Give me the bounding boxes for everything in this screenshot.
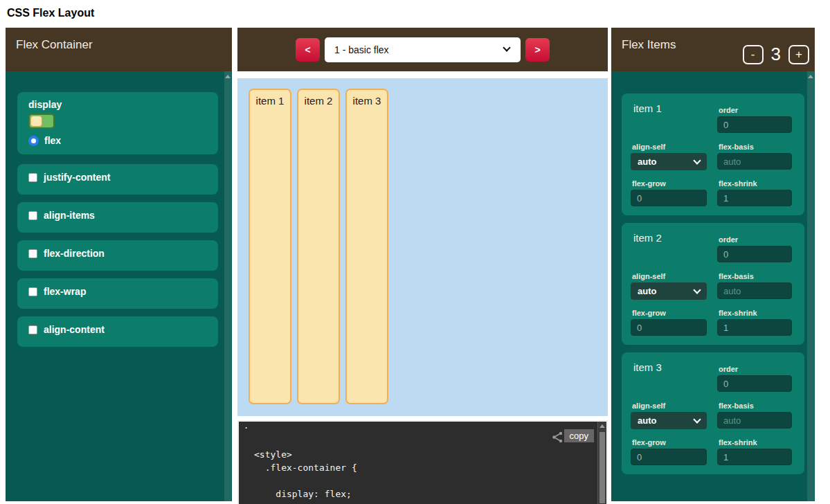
flex-item-card-3: item 3 order align-self auto flex-basis …	[622, 352, 804, 474]
preset-select[interactable]: 1 - basic flex	[325, 37, 521, 62]
chevron-down-icon	[693, 415, 701, 423]
scroll-up-icon	[225, 75, 231, 78]
flex-shrink-input[interactable]	[717, 319, 792, 336]
share-icon[interactable]	[552, 431, 563, 443]
align-self-select-value: auto	[638, 415, 656, 426]
align-self-select[interactable]: auto	[631, 412, 707, 429]
flex-radio[interactable]	[28, 136, 39, 146]
flex-container-panel-title: Flex Container	[16, 38, 93, 52]
code-dot: .	[244, 422, 249, 431]
align-self-label: align-self	[632, 272, 665, 280]
code-line: display: flex;	[254, 487, 606, 501]
chevron-down-icon	[503, 44, 510, 51]
flex-direction-label: flex-direction	[44, 249, 105, 259]
align-self-label: align-self	[632, 143, 665, 151]
code-panel: . <style> .flex-container { display: fle…	[237, 420, 608, 504]
code-scrollbar[interactable]	[597, 422, 606, 504]
align-self-select[interactable]: auto	[631, 153, 707, 170]
order-input[interactable]	[717, 116, 792, 133]
scroll-up-icon	[808, 75, 813, 78]
next-preset-button[interactable]: >	[525, 38, 550, 62]
flex-container-panel-body: display flex justify-content align-items…	[6, 71, 232, 501]
flex-items-panel-body: item 1 order align-self auto flex-basis …	[611, 71, 815, 501]
flex-shrink-label: flex-shrink	[719, 179, 757, 188]
order-input[interactable]	[717, 246, 792, 262]
preset-bar: < 1 - basic flex >	[237, 28, 608, 71]
justify-content-label: justify-content	[44, 172, 110, 183]
preset-select-value: 1 - basic flex	[334, 44, 389, 55]
flex-item-card-2: item 2 order align-self auto flex-basis …	[622, 223, 804, 345]
scroll-up-icon	[599, 424, 605, 428]
display-label: display	[28, 99, 207, 110]
flex-basis-input[interactable]	[717, 153, 792, 170]
display-control-card: display flex	[17, 92, 218, 154]
flex-grow-input[interactable]	[631, 449, 707, 465]
code-line: .flex-container {	[254, 461, 606, 474]
flex-grow-label: flex-grow	[632, 438, 666, 447]
page-title: CSS Flex Layout	[7, 7, 94, 19]
flex-basis-input[interactable]	[717, 282, 792, 299]
add-item-button[interactable]: +	[788, 45, 809, 64]
display-toggle[interactable]	[28, 114, 55, 129]
flex-grow-input[interactable]	[631, 319, 707, 336]
item-count-control: - 3 +	[743, 44, 809, 65]
flex-grow-input[interactable]	[631, 190, 707, 206]
flex-items-panel-title: Flex Items	[622, 38, 676, 52]
flex-shrink-label: flex-shrink	[719, 438, 757, 447]
flex-radio-label: flex	[44, 135, 61, 146]
align-self-label: align-self	[632, 402, 665, 410]
property-toggle-flex-wrap[interactable]: flex-wrap	[17, 278, 218, 309]
remove-item-button[interactable]: -	[743, 45, 764, 64]
item-count-value: 3	[771, 44, 781, 65]
align-self-select-value: auto	[638, 156, 656, 167]
order-label: order	[719, 235, 738, 244]
property-toggle-justify-content[interactable]: justify-content	[17, 164, 218, 195]
align-content-label: align-content	[44, 325, 105, 335]
chevron-down-icon	[693, 156, 701, 164]
copy-button[interactable]: copy	[564, 429, 594, 442]
demo-flex-item-1: item 1	[249, 89, 291, 404]
order-input[interactable]	[717, 375, 792, 392]
flex-basis-input[interactable]	[717, 412, 792, 429]
flex-basis-label: flex-basis	[719, 143, 754, 151]
flex-shrink-input[interactable]	[717, 449, 792, 465]
flex-container-panel-header: Flex Container	[6, 28, 232, 71]
justify-content-checkbox[interactable]	[28, 173, 37, 182]
order-label: order	[719, 365, 738, 373]
flex-shrink-input[interactable]	[717, 190, 792, 206]
chevron-down-icon	[693, 286, 701, 294]
code-scrollbar-thumb[interactable]	[599, 432, 605, 503]
align-items-checkbox[interactable]	[28, 211, 37, 220]
right-panel-scrollbar[interactable]	[807, 71, 814, 501]
flex-items-panel-header: Flex Items - 3 +	[611, 28, 815, 71]
property-toggle-align-content[interactable]: align-content	[17, 316, 218, 347]
code-line	[254, 474, 606, 487]
code-line: <style>	[254, 448, 606, 461]
align-content-checkbox[interactable]	[28, 325, 37, 334]
flex-demo-container: item 1 item 2 item 3	[237, 78, 608, 416]
align-items-label: align-items	[44, 210, 95, 221]
previous-preset-button[interactable]: <	[296, 38, 320, 62]
flex-basis-label: flex-basis	[719, 402, 754, 410]
flex-grow-label: flex-grow	[632, 179, 666, 188]
flex-item-name: item 2	[633, 232, 662, 244]
property-toggle-flex-direction[interactable]: flex-direction	[17, 240, 218, 271]
demo-flex-item-2: item 2	[297, 89, 340, 404]
align-self-select-value: auto	[638, 286, 656, 296]
left-panel-scrollbar[interactable]	[224, 71, 231, 501]
flex-direction-checkbox[interactable]	[28, 249, 37, 258]
flex-item-name: item 1	[633, 102, 662, 114]
preview-column: < 1 - basic flex > item 1 item 2 item 3 …	[237, 28, 608, 504]
order-label: order	[719, 106, 738, 114]
flex-shrink-label: flex-shrink	[719, 309, 757, 317]
align-self-select[interactable]: auto	[631, 282, 707, 300]
property-toggle-align-items[interactable]: align-items	[17, 202, 218, 233]
display-toggle-knob	[30, 116, 42, 127]
flex-item-card-1: item 1 order align-self auto flex-basis …	[622, 93, 804, 215]
flex-items-panel: Flex Items - 3 + item 1 order align-self…	[611, 28, 815, 501]
flex-grow-label: flex-grow	[632, 309, 666, 317]
demo-flex-item-3: item 3	[345, 89, 388, 404]
flex-wrap-label: flex-wrap	[44, 287, 86, 297]
flex-wrap-checkbox[interactable]	[28, 287, 37, 296]
flex-container-panel: Flex Container display flex justify-cont…	[6, 28, 232, 501]
